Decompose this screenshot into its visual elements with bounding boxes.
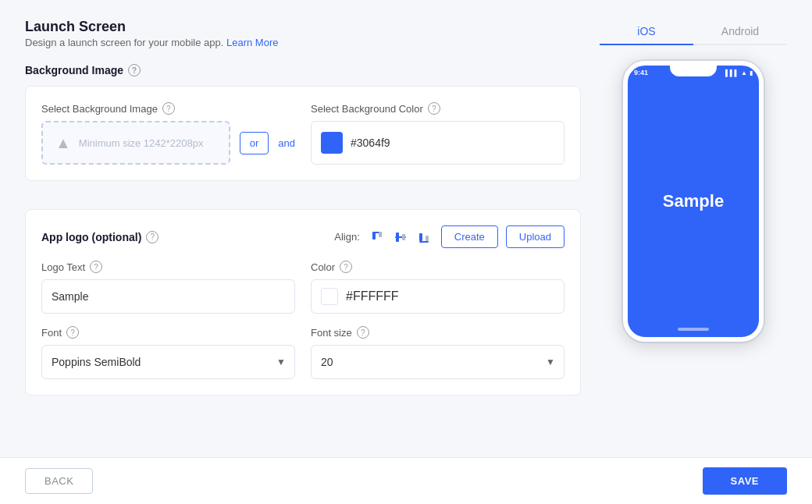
- status-icons: ▌▌▌ ▲ ▮: [725, 69, 753, 76]
- svg-rect-2: [379, 232, 382, 237]
- app-logo-title: App logo (optional): [41, 231, 141, 243]
- bg-color-swatch[interactable]: [321, 132, 343, 154]
- svg-rect-8: [426, 236, 429, 241]
- create-button[interactable]: Create: [441, 225, 498, 248]
- platform-tabs: iOS Android: [600, 19, 787, 45]
- font-select[interactable]: Poppins SemiBold Poppins Bold Roboto Reg…: [41, 345, 295, 379]
- logo-text-input[interactable]: [41, 279, 295, 314]
- page-title: Launch Screen: [25, 19, 581, 35]
- font-size-select[interactable]: 14 16 18 20 24 28 32: [311, 345, 564, 379]
- align-middle-icon[interactable]: [391, 228, 410, 247]
- color-help-icon[interactable]: ?: [340, 261, 352, 273]
- svg-rect-7: [419, 241, 429, 243]
- upload-button[interactable]: Upload: [506, 225, 564, 248]
- bottom-bar: BACK SAVE: [0, 457, 812, 504]
- tab-android[interactable]: Android: [693, 19, 787, 44]
- upload-zone[interactable]: ▲ Minimum size 1242*2208px: [41, 121, 230, 165]
- page-subtitle: Design a launch screen for your mobile a…: [25, 37, 581, 48]
- select-color-help-icon[interactable]: ?: [428, 102, 440, 115]
- background-image-help-icon[interactable]: ?: [128, 64, 141, 76]
- svg-rect-6: [419, 233, 422, 241]
- background-image-card: Select Background Image ? ▲ Minimum size…: [25, 86, 581, 181]
- upload-placeholder: Minimum size 1242*2208px: [79, 137, 204, 149]
- phone-home-bar: [678, 328, 709, 331]
- select-color-label: Select Background Color ?: [311, 102, 564, 115]
- right-panel: iOS Android 9:41 ▌▌▌ ▲ ▮ Sample: [600, 19, 787, 438]
- align-bottom-icon[interactable]: [415, 228, 433, 247]
- font-label: Font ?: [41, 326, 295, 339]
- color-label: Color ?: [311, 261, 564, 273]
- upload-icon: ▲: [55, 134, 71, 152]
- select-bg-help-icon[interactable]: ?: [162, 102, 175, 115]
- phone-status-bar: 9:41 ▌▌▌ ▲ ▮: [634, 69, 753, 76]
- app-logo-section-header: App logo (optional) ?: [41, 231, 158, 243]
- align-top-icon[interactable]: [368, 228, 386, 247]
- select-bg-label: Select Background Image ?: [41, 102, 295, 115]
- background-image-section-title: Background Image ?: [25, 64, 581, 76]
- font-size-select-wrapper: 14 16 18 20 24 28 32 ▼: [311, 345, 564, 379]
- and-text: and: [278, 137, 295, 149]
- bg-color-value: #3064f9: [351, 137, 390, 149]
- status-time: 9:41: [634, 69, 648, 76]
- app-logo-card: App logo (optional) ? Align:: [25, 209, 581, 396]
- font-help-icon[interactable]: ?: [66, 326, 79, 339]
- font-size-label: Font size ?: [311, 326, 564, 339]
- back-button[interactable]: BACK: [25, 468, 93, 494]
- signal-icon: ▌▌▌: [725, 69, 739, 76]
- save-button[interactable]: SAVE: [703, 467, 787, 495]
- logo-color-field[interactable]: #FFFFFF: [311, 279, 564, 314]
- battery-icon: ▮: [750, 69, 753, 76]
- logo-text-help-icon[interactable]: ?: [90, 261, 102, 273]
- align-icons: [368, 228, 433, 247]
- align-label: Align:: [334, 231, 360, 243]
- logo-text-label: Logo Text ?: [41, 261, 295, 273]
- phone-sample-text: Sample: [663, 191, 724, 211]
- app-logo-help-icon[interactable]: ?: [146, 231, 158, 243]
- logo-color-swatch[interactable]: [321, 288, 338, 305]
- phone-mockup: 9:41 ▌▌▌ ▲ ▮ Sample: [623, 61, 764, 342]
- wifi-icon: ▲: [741, 69, 747, 76]
- tab-ios[interactable]: iOS: [600, 19, 693, 45]
- font-size-help-icon[interactable]: ?: [357, 326, 369, 339]
- svg-rect-5: [402, 234, 405, 240]
- logo-color-value: #FFFFFF: [346, 289, 399, 303]
- or-button[interactable]: or: [240, 132, 269, 154]
- color-input-row[interactable]: #3064f9: [311, 121, 564, 165]
- learn-more-link[interactable]: Learn More: [226, 37, 278, 48]
- font-select-wrapper: Poppins SemiBold Poppins Bold Roboto Reg…: [41, 345, 295, 379]
